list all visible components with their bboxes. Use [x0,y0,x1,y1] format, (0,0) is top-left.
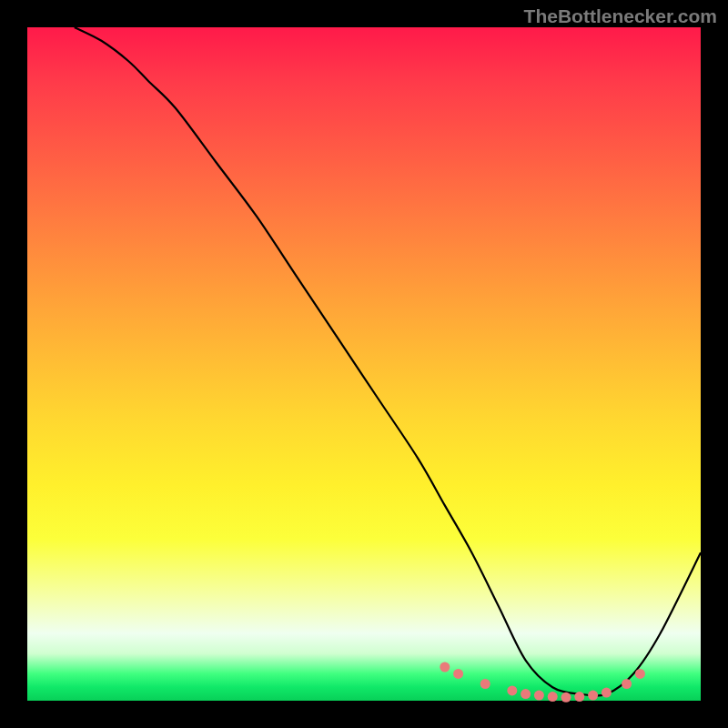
chart-svg [27,27,701,701]
optimal-marker [548,692,558,702]
optimal-marker [453,669,463,679]
attribution-text: TheBottlenecker.com [524,5,717,27]
optimal-marker [521,689,531,699]
optimal-marker [534,691,544,701]
optimal-zone-markers [440,662,645,703]
optimal-marker [507,685,517,695]
optimal-marker [561,693,571,703]
optimal-marker [440,662,450,672]
optimal-marker [622,679,632,689]
bottleneck-curve [75,27,701,696]
optimal-marker [574,692,584,702]
optimal-marker [480,679,490,689]
chart-plot-area [27,27,701,701]
optimal-marker [588,691,598,701]
optimal-marker [635,669,645,679]
optimal-marker [602,688,612,698]
